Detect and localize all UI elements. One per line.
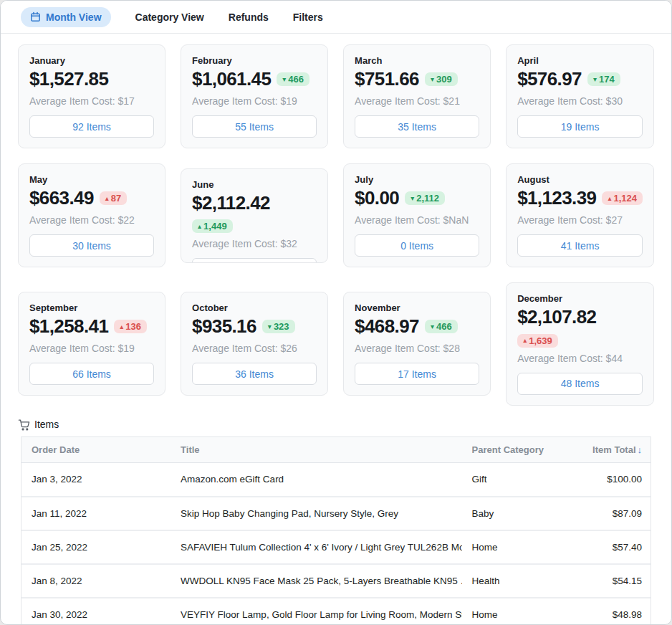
month-total: $663.49 (29, 187, 94, 209)
column-header-parent-category[interactable]: Parent Category (462, 437, 582, 463)
average-item-cost: Average Item Cost: $19 (29, 343, 154, 354)
month-card-january: January $1,527.85 Average Item Cost: $17… (18, 44, 165, 148)
items-count-button[interactable]: 55 Items (192, 115, 317, 138)
change-value: 466 (288, 75, 304, 84)
tab-category-view[interactable]: Category View (135, 11, 204, 23)
change-value: 309 (436, 75, 452, 84)
table-row[interactable]: Jan 30, 2022 VEYFIY Floor Lamp, Gold Flo… (21, 598, 651, 625)
category-cell: Baby (462, 497, 582, 530)
category-cell: Home (462, 530, 582, 564)
order-date-cell: Jan 25, 2022 (21, 530, 171, 564)
change-badge: ▾309 (425, 72, 458, 86)
top-nav: Month View Category View Refunds Filters (1, 1, 671, 34)
month-total: $468.97 (355, 315, 419, 338)
items-table: Order Date Title Parent Category Item To… (21, 437, 651, 625)
month-total: $1,061.45 (192, 68, 271, 90)
table-row[interactable]: Jan 3, 2022 Amazon.com eGift Card Gift $… (21, 463, 651, 497)
month-card-july: July $0.00 ▾2,112 Average Item Cost: $Na… (343, 163, 491, 267)
month-total: $751.66 (355, 68, 419, 90)
change-badge: ▾466 (425, 320, 458, 333)
items-count-button[interactable]: 17 Items (355, 363, 479, 385)
average-item-cost: Average Item Cost: $19 (192, 95, 317, 107)
change-badge: ▴1,639 (517, 334, 558, 348)
items-count-button[interactable]: 36 Items (192, 363, 317, 385)
month-card-november: November $468.97 ▾466 Average Item Cost:… (343, 292, 491, 396)
items-count-button[interactable]: 48 Items (517, 373, 643, 395)
table-row[interactable]: Jan 25, 2022 SAFAVIEH Tulum Collection 4… (21, 530, 651, 564)
items-count-button[interactable]: 0 Items (355, 234, 479, 257)
total-cell: $87.09 (581, 497, 651, 530)
column-header-order-date[interactable]: Order Date (21, 437, 171, 463)
order-date-cell: Jan 8, 2022 (21, 564, 171, 598)
month-card-december: December $2,107.82 ▴1,639 Average Item C… (506, 282, 654, 406)
month-card-june: June $2,112.42 ▴1,449 Average Item Cost:… (181, 168, 328, 263)
change-badge: ▾174 (587, 72, 620, 86)
average-item-cost: Average Item Cost: $32 (192, 238, 317, 249)
items-count-button[interactable]: 66 Items (29, 363, 154, 385)
change-badge: ▴1,449 (192, 219, 233, 233)
items-count-button[interactable]: 67 Items (192, 258, 317, 263)
change-badge: ▾466 (277, 72, 309, 86)
title-cell: Amazon.com eGift Card (171, 463, 462, 497)
month-card-april: April $576.97 ▾174 Average Item Cost: $3… (506, 44, 654, 148)
tab-filters[interactable]: Filters (293, 11, 323, 23)
order-date-cell: Jan 3, 2022 (21, 463, 171, 497)
month-total: $1,527.85 (29, 68, 108, 90)
change-value: 1,124 (613, 194, 637, 203)
caret-up-icon: ▴ (523, 337, 527, 344)
month-total: $0.00 (355, 187, 399, 209)
average-item-cost: Average Item Cost: $30 (517, 95, 643, 107)
month-card-august: August $1,123.39 ▴1,124 Average Item Cos… (506, 163, 654, 267)
caret-up-icon: ▴ (105, 195, 109, 202)
average-item-cost: Average Item Cost: $27 (517, 214, 643, 226)
average-item-cost: Average Item Cost: $NaN (355, 214, 479, 226)
month-name: April (517, 55, 643, 66)
month-card-march: March $751.66 ▾309 Average Item Cost: $2… (343, 44, 491, 148)
change-badge: ▴87 (100, 191, 128, 205)
total-cell: $100.00 (581, 463, 651, 497)
average-item-cost: Average Item Cost: $44 (517, 353, 643, 364)
month-name: March (355, 55, 479, 66)
caret-up-icon: ▴ (198, 223, 201, 230)
month-total: $2,107.82 (517, 306, 596, 328)
change-badge: ▾2,112 (405, 191, 445, 205)
table-row[interactable]: Jan 8, 2022 WWDOLL KN95 Face Mask 25 Pac… (21, 564, 651, 598)
month-name: August (517, 174, 643, 185)
month-name: October (192, 302, 317, 313)
change-value: 1,639 (529, 336, 552, 345)
caret-down-icon: ▾ (282, 76, 286, 83)
change-badge: ▴1,124 (602, 191, 643, 205)
month-name: February (192, 55, 317, 66)
average-item-cost: Average Item Cost: $17 (29, 95, 154, 107)
month-total: $2,112.42 (192, 192, 270, 214)
total-cell: $54.15 (581, 564, 651, 598)
category-cell: Gift (462, 463, 582, 497)
change-value: 466 (436, 322, 452, 331)
items-count-button[interactable]: 30 Items (29, 234, 154, 257)
items-section-header: Items (18, 419, 654, 431)
title-cell: SAFAVIEH Tulum Collection 4' x 6' Ivory … (171, 530, 462, 564)
total-cell: $48.98 (581, 598, 651, 625)
table-row[interactable]: Jan 11, 2022 Skip Hop Baby Changing Pad,… (21, 497, 651, 530)
app-window: Month View Category View Refunds Filters… (0, 0, 672, 625)
month-name: May (29, 174, 154, 185)
month-cards-grid: January $1,527.85 Average Item Cost: $17… (18, 44, 654, 406)
items-count-button[interactable]: 19 Items (517, 115, 643, 138)
month-total: $1,123.39 (517, 187, 596, 209)
items-count-button[interactable]: 35 Items (355, 115, 479, 138)
calendar-icon (30, 11, 41, 22)
column-header-title[interactable]: Title (171, 437, 462, 463)
column-header-item-total[interactable]: Item Total↓ (581, 437, 651, 463)
caret-down-icon: ▾ (431, 76, 434, 83)
month-total: $576.97 (517, 68, 582, 90)
tab-month-view[interactable]: Month View (21, 7, 111, 27)
items-count-button[interactable]: 41 Items (517, 234, 643, 257)
tab-label: Month View (46, 11, 102, 23)
average-item-cost: Average Item Cost: $28 (355, 343, 479, 354)
month-card-february: February $1,061.45 ▾466 Average Item Cos… (181, 44, 328, 148)
tab-refunds[interactable]: Refunds (229, 11, 269, 23)
month-name: July (355, 174, 479, 185)
change-value: 2,112 (416, 194, 439, 203)
change-badge: ▾323 (262, 320, 295, 333)
items-count-button[interactable]: 92 Items (29, 115, 154, 138)
